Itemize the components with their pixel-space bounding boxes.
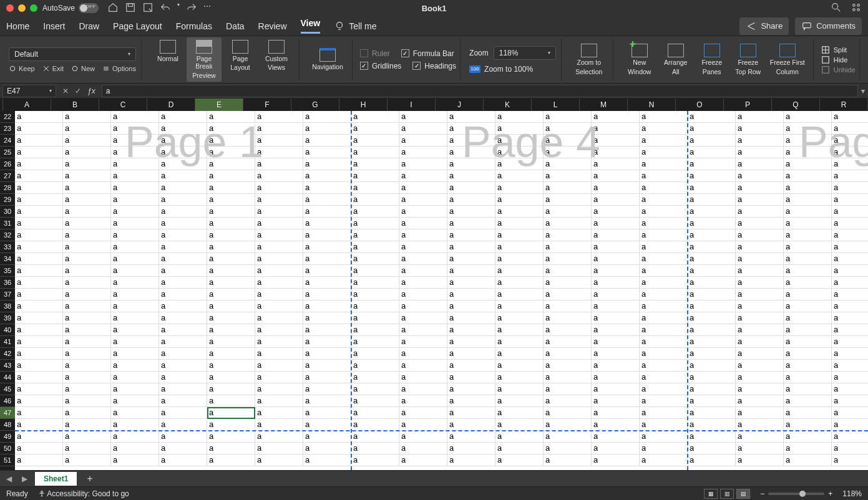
- cell-H35[interactable]: a: [351, 265, 399, 277]
- cell-R27[interactable]: a: [832, 170, 868, 182]
- cell-B30[interactable]: a: [63, 206, 111, 218]
- cell-D30[interactable]: a: [159, 206, 207, 218]
- cell-M33[interactable]: a: [592, 241, 640, 253]
- cell-M45[interactable]: a: [592, 383, 640, 395]
- cell-L23[interactable]: a: [544, 123, 592, 135]
- col-header-I[interactable]: I: [388, 99, 436, 111]
- cell-E25[interactable]: a: [207, 147, 255, 158]
- cell-F38[interactable]: a: [255, 300, 303, 312]
- cell-B25[interactable]: a: [63, 147, 111, 158]
- cell-K25[interactable]: a: [495, 147, 544, 158]
- cell-D28[interactable]: a: [159, 182, 207, 194]
- row-header-42[interactable]: 42: [0, 348, 15, 360]
- cell-B27[interactable]: a: [63, 170, 111, 182]
- cell-L31[interactable]: a: [544, 218, 592, 229]
- ruler-checkbox[interactable]: Ruler: [360, 49, 390, 58]
- cell-J38[interactable]: a: [447, 300, 495, 312]
- cell-F37[interactable]: a: [255, 289, 303, 300]
- cell-M42[interactable]: a: [592, 348, 640, 360]
- cell-N35[interactable]: a: [640, 265, 688, 277]
- minimize-window-icon[interactable]: [18, 4, 26, 12]
- cell-N28[interactable]: a: [640, 182, 688, 194]
- cell-L30[interactable]: a: [544, 206, 592, 218]
- row-header-40[interactable]: 40: [0, 324, 15, 336]
- cell-H40[interactable]: a: [351, 324, 399, 336]
- cell-A33[interactable]: a: [15, 241, 63, 253]
- cell-D45[interactable]: a: [159, 383, 207, 395]
- sheet-nav-prev[interactable]: ◀: [4, 474, 14, 483]
- cell-P43[interactable]: a: [736, 360, 784, 372]
- cell-Q32[interactable]: a: [784, 229, 832, 241]
- cell-Q44[interactable]: a: [784, 372, 832, 383]
- cell-N37[interactable]: a: [640, 289, 688, 300]
- cell-A48[interactable]: a: [15, 419, 63, 431]
- cell-J22[interactable]: a: [447, 111, 495, 123]
- cell-R29[interactable]: a: [832, 194, 868, 206]
- row-header-48[interactable]: 48: [0, 419, 15, 431]
- cell-P40[interactable]: a: [736, 324, 784, 336]
- split-button[interactable]: Split: [821, 46, 856, 54]
- cell-L24[interactable]: a: [544, 135, 592, 147]
- cell-L34[interactable]: a: [544, 253, 592, 265]
- cell-D49[interactable]: a: [159, 431, 207, 443]
- cell-R37[interactable]: a: [832, 289, 868, 300]
- cell-A28[interactable]: a: [15, 182, 63, 194]
- cell-D22[interactable]: a: [159, 111, 207, 123]
- cell-A47[interactable]: a: [15, 407, 63, 419]
- cell-P30[interactable]: a: [736, 206, 784, 218]
- cell-E34[interactable]: a: [207, 253, 255, 265]
- row-header-25[interactable]: 25: [0, 147, 15, 158]
- cell-J30[interactable]: a: [447, 206, 495, 218]
- cell-R41[interactable]: a: [832, 336, 868, 348]
- more-icon[interactable]: ⋯: [203, 2, 211, 15]
- cell-J50[interactable]: a: [447, 443, 495, 454]
- cell-H29[interactable]: a: [351, 194, 399, 206]
- cell-P31[interactable]: a: [736, 218, 784, 229]
- cell-G25[interactable]: a: [303, 147, 351, 158]
- cell-O45[interactable]: a: [688, 383, 736, 395]
- cell-B41[interactable]: a: [63, 336, 111, 348]
- row-header-38[interactable]: 38: [0, 300, 15, 312]
- cell-H23[interactable]: a: [351, 123, 399, 135]
- cell-C42[interactable]: a: [111, 348, 159, 360]
- col-header-K[interactable]: K: [484, 99, 532, 111]
- cell-J47[interactable]: a: [447, 407, 495, 419]
- cell-M25[interactable]: a: [592, 147, 640, 158]
- freeze-panes-button[interactable]: FreezePanes: [695, 41, 729, 77]
- cell-B47[interactable]: a: [63, 407, 111, 419]
- tab-draw[interactable]: Draw: [79, 21, 99, 31]
- cell-G32[interactable]: a: [303, 229, 351, 241]
- cell-I33[interactable]: a: [399, 241, 447, 253]
- cell-J39[interactable]: a: [447, 312, 495, 324]
- cell-N41[interactable]: a: [640, 336, 688, 348]
- row-header-43[interactable]: 43: [0, 360, 15, 372]
- cell-C35[interactable]: a: [111, 265, 159, 277]
- cell-M38[interactable]: a: [592, 300, 640, 312]
- cell-P29[interactable]: a: [736, 194, 784, 206]
- cell-O34[interactable]: a: [688, 253, 736, 265]
- cell-R33[interactable]: a: [832, 241, 868, 253]
- cell-G27[interactable]: a: [303, 170, 351, 182]
- cell-N25[interactable]: a: [640, 147, 688, 158]
- cell-C38[interactable]: a: [111, 300, 159, 312]
- cell-N27[interactable]: a: [640, 170, 688, 182]
- col-header-F[interactable]: F: [243, 99, 291, 111]
- cell-Q34[interactable]: a: [784, 253, 832, 265]
- cell-L48[interactable]: a: [544, 419, 592, 431]
- cell-O51[interactable]: a: [688, 454, 736, 466]
- cell-I40[interactable]: a: [399, 324, 447, 336]
- cell-F25[interactable]: a: [255, 147, 303, 158]
- cell-I24[interactable]: a: [399, 135, 447, 147]
- cell-I37[interactable]: a: [399, 289, 447, 300]
- cell-D43[interactable]: a: [159, 360, 207, 372]
- cell-O39[interactable]: a: [688, 312, 736, 324]
- cell-R35[interactable]: a: [832, 265, 868, 277]
- cell-K29[interactable]: a: [495, 194, 544, 206]
- cell-K47[interactable]: a: [495, 407, 544, 419]
- save-icon[interactable]: [125, 2, 136, 15]
- cell-P50[interactable]: a: [736, 443, 784, 454]
- cell-Q31[interactable]: a: [784, 218, 832, 229]
- cell-K26[interactable]: a: [495, 158, 544, 170]
- cell-M28[interactable]: a: [592, 182, 640, 194]
- cell-O44[interactable]: a: [688, 372, 736, 383]
